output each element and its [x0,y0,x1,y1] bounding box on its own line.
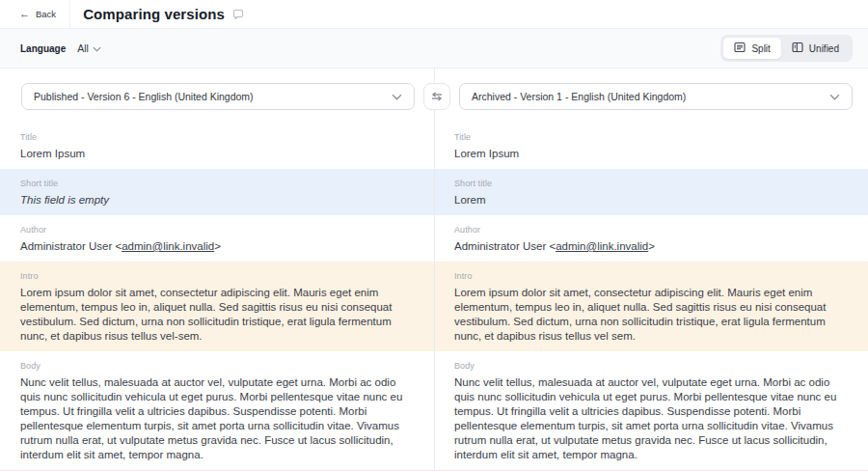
field-cell-right: Body Nunc velit tellus, malesuada at auc… [434,351,868,470]
field-label: Author [20,225,411,235]
version-selector-row: Published - Version 6 - English (United … [0,69,868,123]
unified-view-button[interactable]: Unified [781,38,850,59]
language-dropdown-value: All [77,42,89,54]
field-value-text: Lorem ipsum dolor sit amet, consectetur … [20,287,392,342]
field-value-text: > [214,240,221,252]
field-label: Intro [454,271,845,281]
field-value: Lorem ipsum dolor sit amet, consectetur … [454,286,845,344]
page-title: Comparing versions [83,6,225,22]
field-cell-left: Author Administrator User <admin@link.in… [0,215,434,262]
swap-horizontal-icon [430,91,444,102]
field-label: Author [454,225,845,235]
field-value: This field is empty [20,193,411,208]
unified-view-icon [792,42,803,55]
field-cell-left: Intro Lorem ipsum dolor sit amet, consec… [0,262,434,351]
field-value: Lorem Ipsum [454,147,845,161]
field-value-text: Administrator User < [20,240,122,252]
swap-versions-button[interactable] [423,83,450,110]
back-button[interactable]: ← Back [14,5,62,23]
field-value: Administrator User <admin@link.invalid> [454,239,845,254]
chevron-down-icon [93,42,101,54]
field-cell-left: Title Lorem Ipsum [0,123,434,169]
author-email-link[interactable]: admin@link.invalid [556,240,648,252]
field-value-text: This field is empty [20,194,109,206]
field-value-text: Lorem Ipsum [454,148,519,159]
unified-view-label: Unified [809,43,839,54]
field-value: Administrator User <admin@link.invalid> [20,239,411,254]
field-label: Short title [454,179,845,188]
left-version-selector-value: Published - Version 6 - English (United … [34,91,254,102]
comparison-content: Published - Version 6 - English (United … [0,69,868,471]
app-header: ← Back Comparing versions [0,0,868,29]
field-value-text: Administrator User < [454,240,556,252]
language-label: Language [20,43,66,54]
field-cell-right: Author Administrator User <admin@link.in… [434,215,868,262]
split-view-icon [734,42,746,55]
field-value: Nunc velit tellus, malesuada at auctor v… [454,375,845,462]
split-view-label: Split [751,43,770,54]
author-email-link[interactable]: admin@link.invalid [122,240,214,252]
right-version-selector[interactable]: Archived - Version 1 - English (United K… [459,83,853,110]
field-cell-left: Body Nunc velit tellus, malesuada at auc… [0,351,434,470]
field-label: Body [454,361,845,371]
field-value-text: Nunc velit tellus, malesuada at auctor v… [20,376,402,460]
split-view-button[interactable]: Split [723,38,780,59]
field-label: Body [20,361,411,371]
language-group: Language All [20,42,101,54]
field-value-text: Nunc velit tellus, malesuada at auctor v… [454,376,836,460]
back-button-label: Back [36,9,56,19]
view-mode-toggle: Split Unified [720,35,853,62]
field-label: Intro [20,271,411,281]
field-value: Lorem Ipsum [20,147,411,161]
comment-icon [232,9,244,20]
toolbar: Language All Split [0,29,868,69]
chevron-down-icon [392,91,402,102]
chevron-down-icon [829,91,840,102]
field-value: Lorem [454,193,845,208]
field-value: Lorem ipsum dolor sit amet, consectetur … [20,286,411,344]
field-label: Title [20,132,411,142]
field-value-text: Lorem Ipsum [20,148,85,159]
field-value-text: Lorem [454,194,486,206]
field-cell-right: Short title Lorem [434,169,868,215]
field-value-text: Lorem ipsum dolor sit amet, consectetur … [454,287,826,342]
field-cell-right: Intro Lorem ipsum dolor sit amet, consec… [434,262,868,351]
arrow-left-icon: ← [19,9,30,19]
field-value-text: > [648,240,655,252]
column-divider [434,69,435,471]
field-cell-left: Short title This field is empty [0,169,434,215]
field-cell-right: Title Lorem Ipsum [434,123,868,169]
right-version-selector-value: Archived - Version 1 - English (United K… [472,91,686,102]
field-value: Nunc velit tellus, malesuada at auctor v… [20,375,411,462]
left-version-selector[interactable]: Published - Version 6 - English (United … [21,83,415,110]
field-label: Short title [20,179,411,188]
language-dropdown[interactable]: All [77,42,101,54]
page-title-wrap: Comparing versions [70,6,244,22]
field-label: Title [454,132,845,142]
